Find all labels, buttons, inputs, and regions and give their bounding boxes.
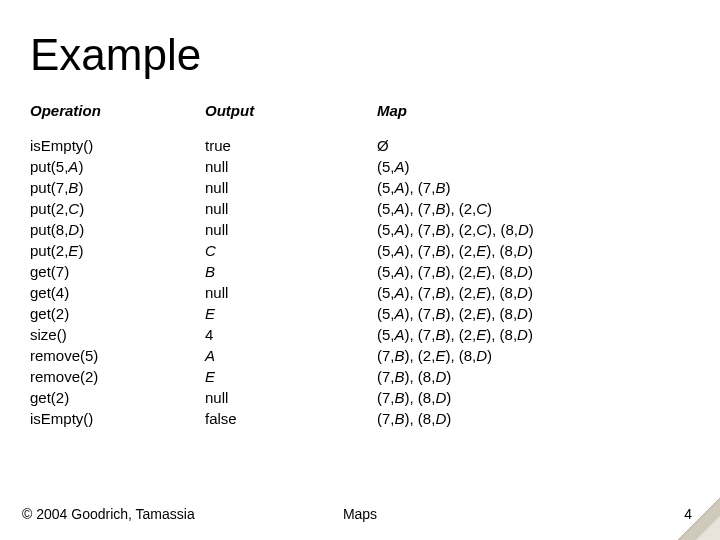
operation-cell: get(2) — [30, 303, 205, 324]
output-cell: null — [205, 219, 377, 240]
output-cell: E — [205, 366, 377, 387]
footer-center: Maps — [0, 506, 720, 522]
output-cell: null — [205, 387, 377, 408]
slide: Example Operation isEmpty()put(5,A)put(7… — [0, 0, 720, 540]
page-curl-icon — [678, 498, 720, 540]
map-cell: (5,A), (7,B), (2,C) — [377, 198, 690, 219]
output-cell: E — [205, 303, 377, 324]
output-cell: false — [205, 408, 377, 429]
operation-cell: remove(2) — [30, 366, 205, 387]
operation-cell: put(2,C) — [30, 198, 205, 219]
operation-cell: isEmpty() — [30, 135, 205, 156]
output-cell: null — [205, 177, 377, 198]
output-cell: null — [205, 282, 377, 303]
output-cell: null — [205, 156, 377, 177]
header-output: Output — [205, 100, 377, 121]
map-cell: (5,A), (7,B) — [377, 177, 690, 198]
operation-cell: get(2) — [30, 387, 205, 408]
output-cell: true — [205, 135, 377, 156]
map-cell: (5,A), (7,B), (2,E), (8,D) — [377, 303, 690, 324]
map-cell: (5,A) — [377, 156, 690, 177]
operation-cell: get(7) — [30, 261, 205, 282]
map-cell: (5,A), (7,B), (2,E), (8,D) — [377, 240, 690, 261]
output-cell: null — [205, 198, 377, 219]
operation-cell: isEmpty() — [30, 408, 205, 429]
map-cell: (5,A), (7,B), (2,C), (8,D) — [377, 219, 690, 240]
map-cell: (7,B), (8,D) — [377, 408, 690, 429]
operation-cell: put(8,D) — [30, 219, 205, 240]
column-map: Map Ø(5,A)(5,A), (7,B)(5,A), (7,B), (2,C… — [377, 100, 690, 429]
map-cell: (7,B), (2,E), (8,D) — [377, 345, 690, 366]
header-map: Map — [377, 100, 690, 121]
map-cell: (5,A), (7,B), (2,E), (8,D) — [377, 261, 690, 282]
output-cell: 4 — [205, 324, 377, 345]
operation-cell: size() — [30, 324, 205, 345]
output-cell: A — [205, 345, 377, 366]
operation-cell: get(4) — [30, 282, 205, 303]
column-operation: Operation isEmpty()put(5,A)put(7,B)put(2… — [30, 100, 205, 429]
map-cell: (7,B), (8,D) — [377, 366, 690, 387]
column-output: Output truenullnullnullnullCBnullE4AEnul… — [205, 100, 377, 429]
map-cell: (7,B), (8,D) — [377, 387, 690, 408]
table: Operation isEmpty()put(5,A)put(7,B)put(2… — [30, 100, 690, 429]
operation-cell: put(5,A) — [30, 156, 205, 177]
map-cell: (5,A), (7,B), (2,E), (8,D) — [377, 282, 690, 303]
header-operation: Operation — [30, 100, 205, 121]
operation-cell: remove(5) — [30, 345, 205, 366]
output-cell: C — [205, 240, 377, 261]
operation-cell: put(7,B) — [30, 177, 205, 198]
map-cell: Ø — [377, 135, 690, 156]
operation-cell: put(2,E) — [30, 240, 205, 261]
map-cell: (5,A), (7,B), (2,E), (8,D) — [377, 324, 690, 345]
slide-title: Example — [30, 30, 690, 80]
output-cell: B — [205, 261, 377, 282]
